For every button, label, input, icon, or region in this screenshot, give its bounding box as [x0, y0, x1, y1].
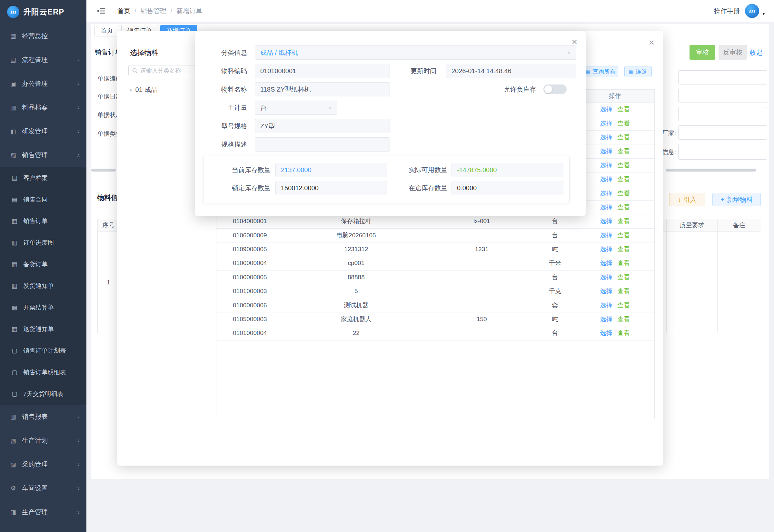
- view-link[interactable]: 查看: [618, 133, 630, 142]
- sidebar-subitem[interactable]: ▤客户档案: [0, 167, 86, 189]
- sidebar-item[interactable]: ⚙车间设置∨: [0, 476, 86, 500]
- view-link[interactable]: 查看: [618, 259, 630, 267]
- sidebar-subitem[interactable]: ▢7天交货明细表: [0, 383, 86, 405]
- sidebar-item[interactable]: ◨生产管理∨: [0, 500, 86, 524]
- sidebar-item[interactable]: ▥销售报表∨: [0, 405, 86, 429]
- multi-select-button[interactable]: ▦ 连选: [624, 66, 652, 77]
- sidebar-subitem[interactable]: ▥订单进度图: [0, 232, 86, 253]
- locked-stock-input[interactable]: 150012.0000: [275, 181, 387, 195]
- view-link[interactable]: 查看: [618, 329, 630, 337]
- view-link[interactable]: 查看: [618, 231, 630, 240]
- view-link[interactable]: 查看: [618, 315, 630, 323]
- select-link[interactable]: 选择: [600, 245, 612, 253]
- sidebar: m 升阳云ERP ▦经营总控▤流程管理∨▣办公管理∨▥料品档案∨◧研发管理∨▨销…: [0, 0, 86, 532]
- select-link[interactable]: 选择: [600, 315, 612, 323]
- vendor-input[interactable]: [678, 125, 767, 140]
- allow-negative-switch[interactable]: [543, 84, 567, 94]
- select-link[interactable]: 选择: [600, 329, 612, 337]
- horizontal-scrollbar[interactable]: [91, 169, 116, 172]
- view-link[interactable]: 查看: [618, 245, 630, 253]
- sidebar-subitem[interactable]: ▢销售订单明细表: [0, 361, 86, 383]
- select-link[interactable]: 选择: [600, 147, 612, 155]
- tree-node-finished-goods[interactable]: ▸ 01-成品: [130, 85, 157, 94]
- horizontal-scrollbar[interactable]: [666, 169, 756, 172]
- sidebar-item[interactable]: ▧生产计划∨: [0, 429, 86, 452]
- breadcrumb-item[interactable]: 首页: [117, 7, 130, 15]
- row-quality-cell[interactable]: [667, 232, 718, 333]
- view-link[interactable]: 查看: [618, 287, 630, 295]
- select-link[interactable]: 选择: [600, 189, 612, 198]
- sidebar-item[interactable]: ▥料品档案∨: [0, 95, 86, 119]
- spec-desc-input[interactable]: [255, 137, 390, 152]
- in-transit-input[interactable]: 0.0000: [451, 181, 563, 195]
- model-input[interactable]: ZY型: [255, 119, 390, 133]
- available-qty-input[interactable]: -147875.0000: [451, 163, 563, 177]
- sidebar-item[interactable]: ▦经营总控: [0, 24, 86, 48]
- row-remark-cell[interactable]: [718, 232, 761, 333]
- view-link[interactable]: 查看: [618, 189, 630, 198]
- sidebar-item[interactable]: ▨采购管理∨: [0, 452, 86, 476]
- sidebar-item[interactable]: ▤流程管理∨: [0, 48, 86, 72]
- sidebar-subitem[interactable]: ▦发货通知单: [0, 275, 86, 297]
- view-link[interactable]: 查看: [618, 105, 630, 113]
- order-field-input[interactable]: [678, 89, 767, 103]
- select-link[interactable]: 选择: [600, 133, 612, 142]
- select-link[interactable]: 选择: [600, 119, 612, 128]
- sidebar-item[interactable]: ▩∨: [0, 524, 86, 532]
- add-material-button[interactable]: + 新增物料: [712, 193, 761, 206]
- close-icon[interactable]: ×: [649, 38, 654, 47]
- material-code-input[interactable]: 0101000001: [255, 64, 390, 78]
- main-unit-select[interactable]: 台 ∨: [255, 101, 337, 115]
- query-all-button[interactable]: ▦ 查询所有: [583, 66, 618, 77]
- sidebar-item[interactable]: ▨销售管理∧: [0, 143, 86, 167]
- page-tab[interactable]: 首页: [94, 25, 119, 36]
- sidebar-subitem[interactable]: ▤销售合同: [0, 189, 86, 210]
- sidebar-item-label: 采购管理: [22, 460, 74, 469]
- select-link[interactable]: 选择: [600, 273, 612, 281]
- order-field-input[interactable]: [678, 107, 767, 121]
- material-detail-modal: × 分类信息 成品 / 纸杯机 ∨ 物料编码 0101000001 更新时间 2…: [195, 31, 586, 216]
- select-link[interactable]: 选择: [600, 161, 612, 170]
- avatar[interactable]: m: [745, 4, 759, 18]
- order-field-input[interactable]: [678, 70, 767, 84]
- hamburger-icon[interactable]: [97, 7, 105, 15]
- sidebar-subitem[interactable]: ▦备货订单: [0, 253, 86, 275]
- manual-link[interactable]: 操作手册: [714, 7, 740, 15]
- view-link[interactable]: 查看: [618, 175, 630, 183]
- view-link[interactable]: 查看: [618, 301, 630, 310]
- sidebar-subitem[interactable]: ▦开票结算单: [0, 297, 86, 318]
- select-link[interactable]: 选择: [600, 287, 612, 295]
- view-link[interactable]: 查看: [618, 161, 630, 170]
- select-link[interactable]: 选择: [600, 105, 612, 113]
- breadcrumb-item[interactable]: 销售管理: [141, 7, 166, 15]
- select-link[interactable]: 选择: [600, 301, 612, 310]
- view-link[interactable]: 查看: [618, 203, 630, 212]
- material-name-input[interactable]: 118S ZY型纸杯机: [255, 82, 390, 96]
- chevron-down-icon[interactable]: ▼: [762, 12, 766, 16]
- sidebar-subitem-label: 发货通知单: [23, 282, 80, 290]
- view-link[interactable]: 查看: [618, 147, 630, 155]
- sidebar-item[interactable]: ◧研发管理∨: [0, 119, 86, 143]
- view-link[interactable]: 查看: [618, 273, 630, 281]
- updated-time-input[interactable]: 2026-01-14 14:48:46: [446, 64, 576, 78]
- sidebar-subitem[interactable]: ▦销售订单: [0, 210, 86, 232]
- select-link[interactable]: 选择: [600, 259, 612, 267]
- select-link[interactable]: 选择: [600, 175, 612, 183]
- unaudit-button[interactable]: 反审核: [719, 45, 747, 60]
- category-search-input[interactable]: 请输入分类名称: [128, 65, 200, 76]
- select-link[interactable]: 选择: [600, 217, 612, 225]
- audit-button[interactable]: 审核: [690, 45, 715, 60]
- category-select[interactable]: 成品 / 纸杯机 ∨: [255, 45, 576, 60]
- view-link[interactable]: 查看: [618, 217, 630, 225]
- info-textarea[interactable]: [678, 144, 767, 160]
- import-button[interactable]: ↓ 引入: [669, 193, 705, 206]
- select-link[interactable]: 选择: [600, 203, 612, 212]
- select-link[interactable]: 选择: [600, 231, 612, 240]
- view-link[interactable]: 查看: [618, 119, 630, 128]
- sidebar-subitem[interactable]: ▦退货通知单: [0, 318, 86, 340]
- chevron-down-icon: ∨: [77, 57, 80, 62]
- sidebar-subitem[interactable]: ▢销售订单计划表: [0, 340, 86, 361]
- sidebar-item[interactable]: ▣办公管理∨: [0, 72, 86, 95]
- collapse-link[interactable]: 收起: [750, 48, 763, 57]
- current-stock-input[interactable]: 2137.0000: [275, 163, 387, 177]
